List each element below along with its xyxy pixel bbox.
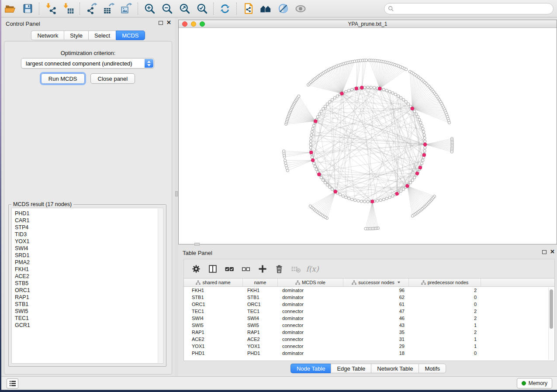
cell-shared_name: SWI4	[184, 316, 243, 321]
table-row[interactable]: PHD1PHD1dominator180	[184, 350, 554, 357]
deselect-all-button[interactable]	[239, 262, 253, 276]
result-node-item[interactable]: CAR1	[15, 217, 163, 224]
run-mcds-button[interactable]: Run MCDS	[41, 73, 85, 84]
result-node-item[interactable]: YOX1	[15, 238, 163, 245]
save-icon	[22, 3, 33, 14]
table-row[interactable]: ORC1ORC1dominator610	[184, 301, 554, 308]
float-panel-icon[interactable]	[159, 21, 163, 25]
mcds-result-list[interactable]: PHD1CAR1STP4TID3YOX1SWI4SRD1PMA2FKH1ACE2…	[11, 208, 163, 364]
mcds-result-group: MCDS result (17 nodes) PHD1CAR1STP4TID3Y…	[8, 204, 166, 367]
save-session-button[interactable]	[19, 1, 36, 16]
window-maximize-icon[interactable]	[200, 21, 205, 27]
apply-layout-button[interactable]	[216, 1, 234, 16]
table-scrollbar-thumb[interactable]	[550, 289, 553, 329]
window-close-icon[interactable]	[182, 21, 187, 27]
delete-row-button[interactable]	[272, 262, 286, 276]
search-input[interactable]	[394, 4, 553, 13]
result-node-item[interactable]: TID3	[15, 231, 163, 238]
column-header-role[interactable]: MCDS role	[278, 279, 343, 286]
float-panel-icon[interactable]	[542, 250, 547, 254]
close-panel-icon[interactable]: ✕	[166, 21, 171, 25]
result-node-item[interactable]: PHD1	[15, 210, 163, 217]
delete-table-button[interactable]	[289, 262, 303, 276]
show-hide-panels-button[interactable]	[292, 1, 309, 16]
table-row[interactable]: YOX1YOX1connector291	[184, 343, 554, 350]
network-graph[interactable]	[179, 28, 557, 244]
result-node-item[interactable]: SRD1	[15, 252, 163, 259]
result-node-item[interactable]: SWI4	[15, 245, 163, 252]
vertical-splitter[interactable]	[175, 17, 178, 376]
import-network-button[interactable]	[42, 1, 59, 16]
tab-select[interactable]: Select	[88, 31, 116, 40]
tab-network-table[interactable]: Network Table	[371, 364, 419, 373]
column-header-name[interactable]: name	[243, 279, 278, 286]
table-row[interactable]: STB1STB1dominator620	[184, 294, 554, 301]
network-home-button[interactable]	[257, 1, 274, 16]
tab-mcds[interactable]: MCDS	[116, 31, 145, 40]
cell-predecessors: 1	[409, 337, 481, 342]
search-box[interactable]	[384, 3, 554, 14]
zoom-selected-button[interactable]	[193, 1, 211, 16]
result-node-item[interactable]: SWI5	[15, 308, 163, 315]
table-scrollbar[interactable]	[548, 287, 554, 360]
import-table-button[interactable]	[59, 1, 77, 16]
function-builder-button[interactable]: f(x)	[305, 262, 319, 276]
table-row[interactable]: ACE2ACE2connector311	[184, 336, 554, 343]
table-row[interactable]: SWI5SWI5connector431	[184, 322, 554, 329]
splitter-grabber[interactable]	[175, 191, 178, 196]
result-node-item[interactable]: RAP1	[15, 294, 163, 301]
criterion-dropdown[interactable]: largest connected component (undirected)	[21, 58, 154, 69]
cell-role: dominator	[278, 302, 343, 307]
export-network-button[interactable]	[83, 1, 100, 16]
column-header-successors[interactable]: successor nodes	[343, 279, 409, 286]
memory-button[interactable]: Memory	[517, 378, 552, 389]
table-row[interactable]: FKH1FKH1dominator962	[184, 287, 554, 294]
open-file-button[interactable]	[1, 1, 19, 16]
zoom-out-button[interactable]	[158, 1, 176, 16]
trash-icon	[274, 264, 284, 274]
export-table-button[interactable]	[100, 1, 118, 16]
column-header-shared_name[interactable]: shared name	[184, 279, 243, 286]
add-row-button[interactable]	[256, 262, 270, 276]
zoom-in-button[interactable]	[141, 1, 158, 16]
cell-role: connector	[278, 337, 343, 342]
close-panel-icon[interactable]: ✕	[550, 250, 555, 254]
result-node-item[interactable]: STB5	[15, 280, 163, 287]
network-canvas[interactable]	[179, 28, 557, 244]
table-row[interactable]: RAP1RAP1dominator352	[184, 329, 554, 336]
export-image-button[interactable]	[118, 1, 135, 16]
result-node-item[interactable]: ORC1	[15, 287, 163, 294]
table-row[interactable]: TEC1TEC1connector472	[184, 308, 554, 315]
window-minimize-icon[interactable]	[191, 21, 196, 27]
result-node-item[interactable]: PMA2	[15, 259, 163, 266]
result-node-item[interactable]: TEC1	[15, 315, 163, 322]
tab-edge-table[interactable]: Edge Table	[331, 364, 371, 373]
table-row[interactable]: SWI4SWI4dominator462	[184, 315, 554, 322]
result-node-item[interactable]: STB1	[15, 301, 163, 308]
export-web-page-button[interactable]	[239, 1, 257, 16]
task-history-button[interactable]	[7, 378, 18, 389]
cell-role: dominator	[278, 330, 343, 335]
network-window-titlebar[interactable]: YPA_prune.txt_1	[179, 20, 557, 28]
table-settings-button[interactable]	[189, 262, 203, 276]
tab-network[interactable]: Network	[31, 31, 64, 40]
result-node-item[interactable]: ACE2	[15, 273, 163, 280]
node-table[interactable]: shared namenameMCDS rolesuccessor nodesp…	[183, 278, 555, 361]
column-header-predecessors[interactable]: predecessor nodes	[409, 279, 481, 286]
result-node-item[interactable]: STP4	[15, 224, 163, 231]
tab-node-table[interactable]: Node Table	[291, 364, 331, 373]
show-columns-button[interactable]	[206, 262, 220, 276]
result-list-scrollbar[interactable]	[158, 209, 163, 363]
horizontal-splitter-grabber[interactable]	[194, 243, 200, 246]
tab-style[interactable]: Style	[64, 31, 88, 40]
tab-motifs[interactable]: Motifs	[419, 364, 446, 373]
result-node-item[interactable]: FKH1	[15, 266, 163, 273]
toggle-graphics-details-button[interactable]	[274, 1, 292, 16]
zoom-out-icon	[161, 3, 173, 14]
close-panel-button[interactable]: Close panel	[90, 73, 135, 84]
mcds-panel: Optimization criterion: largest connecte…	[4, 41, 172, 375]
select-all-button[interactable]	[222, 262, 236, 276]
table-body: FKH1FKH1dominator962STB1STB1dominator620…	[184, 287, 554, 357]
result-node-item[interactable]: GCR1	[15, 322, 163, 329]
zoom-fit-button[interactable]	[176, 1, 193, 16]
